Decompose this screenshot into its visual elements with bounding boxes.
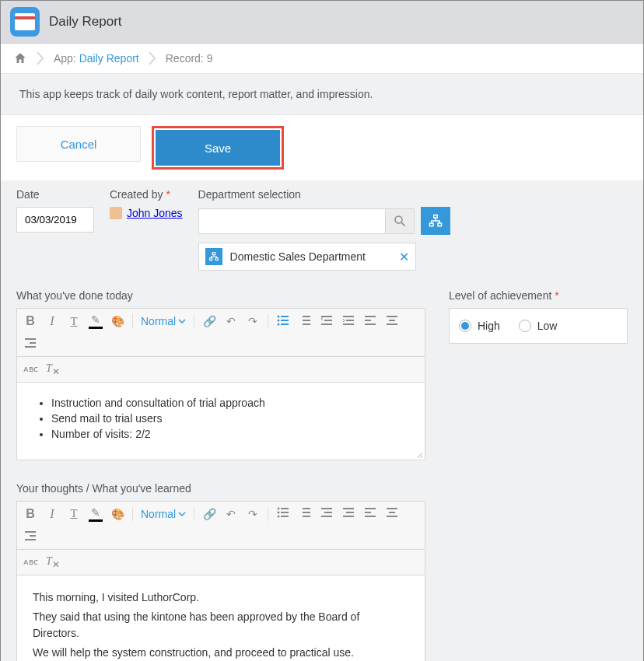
svg-rect-55 xyxy=(25,539,36,540)
undo-button[interactable]: ↶ xyxy=(224,315,238,327)
svg-rect-53 xyxy=(25,531,36,533)
align-right-button[interactable] xyxy=(23,337,37,351)
department-selected-name: Domestic Sales Department xyxy=(230,250,366,263)
done-today-editor[interactable]: Instruction and consultation of trial ap… xyxy=(16,383,425,460)
numbered-list-button[interactable] xyxy=(298,314,312,329)
svg-rect-30 xyxy=(30,342,36,344)
svg-rect-54 xyxy=(30,535,36,537)
svg-rect-47 xyxy=(365,508,376,509)
char-format-button[interactable]: ᴀʙᴄ xyxy=(23,364,38,374)
save-highlight: Save xyxy=(152,126,284,170)
italic-button[interactable]: I xyxy=(45,507,59,521)
link-button[interactable]: 🔗 xyxy=(202,315,216,327)
required-mark: * xyxy=(555,289,558,302)
svg-rect-50 xyxy=(387,508,397,509)
style-dropdown[interactable]: Normal xyxy=(141,315,186,327)
svg-rect-39 xyxy=(303,512,310,513)
svg-rect-27 xyxy=(389,320,395,321)
bold-button[interactable]: B xyxy=(23,314,37,328)
svg-rect-13 xyxy=(281,324,289,325)
actions-bar: Cancel Save xyxy=(1,115,643,180)
chevron-right-icon xyxy=(37,51,44,65)
align-center-button[interactable] xyxy=(385,506,399,521)
underline-button[interactable]: T xyxy=(67,315,81,328)
breadcrumb-app-prefix: App: xyxy=(54,52,76,65)
app-header: Daily Report xyxy=(1,1,643,44)
creator-label: Created by xyxy=(110,188,163,201)
svg-rect-9 xyxy=(281,316,289,317)
editor-line: They said that using the kintone has bee… xyxy=(33,609,409,642)
underline-button[interactable]: T xyxy=(67,507,81,520)
date-input[interactable] xyxy=(16,207,94,233)
breadcrumb: App: Daily Report Record: 9 xyxy=(1,44,643,74)
char-format-button[interactable]: ᴀʙᴄ xyxy=(23,557,38,567)
resize-handle[interactable] xyxy=(415,450,423,458)
align-center-button[interactable] xyxy=(385,314,399,329)
outdent-button[interactable] xyxy=(320,314,334,329)
svg-rect-48 xyxy=(365,512,371,513)
department-label: Department selection xyxy=(198,188,450,201)
text-color-button[interactable]: ✎ xyxy=(89,506,103,522)
breadcrumb-app-link[interactable]: Daily Report xyxy=(79,52,139,65)
list-item: Instruction and consultation of trial ap… xyxy=(51,397,409,409)
department-search-input[interactable] xyxy=(198,208,385,234)
style-dropdown[interactable]: Normal xyxy=(141,508,186,520)
align-left-button[interactable] xyxy=(363,506,377,521)
bullet-list-button[interactable] xyxy=(276,314,290,329)
svg-rect-43 xyxy=(321,516,332,517)
svg-point-34 xyxy=(278,512,280,514)
italic-button[interactable]: I xyxy=(45,314,59,328)
creator-link[interactable]: John Jones xyxy=(127,207,183,219)
editor-line: We will help the system construction, an… xyxy=(33,645,409,661)
svg-rect-6 xyxy=(209,258,212,261)
clear-format-button[interactable]: T✕ xyxy=(46,362,60,377)
radio-low[interactable]: Low xyxy=(519,320,558,332)
undo-button[interactable]: ↶ xyxy=(224,508,238,520)
redo-button[interactable]: ↷ xyxy=(246,315,260,327)
indent-button[interactable] xyxy=(341,506,355,521)
numbered-list-button[interactable] xyxy=(298,506,312,521)
list-item: Send mail to trial users xyxy=(51,412,409,425)
outdent-button[interactable] xyxy=(320,506,334,521)
thoughts-label: Your thoughts / What you've learned xyxy=(16,482,425,495)
svg-point-0 xyxy=(395,216,402,223)
cancel-button[interactable]: Cancel xyxy=(16,126,141,162)
clear-format-button[interactable]: T✕ xyxy=(46,554,60,570)
svg-rect-40 xyxy=(303,516,310,517)
align-right-button[interactable] xyxy=(23,530,37,544)
avatar-icon xyxy=(110,207,122,219)
svg-line-1 xyxy=(401,222,405,226)
done-today-label: What you've done today xyxy=(16,289,425,302)
indent-button[interactable] xyxy=(341,314,355,329)
bullet-list-button[interactable] xyxy=(276,506,290,521)
text-color-button[interactable]: ✎ xyxy=(89,313,103,329)
save-button[interactable]: Save xyxy=(156,130,280,166)
editor-toolbar-row2: ᴀʙᴄ T✕ xyxy=(16,550,425,575)
svg-rect-44 xyxy=(343,508,354,509)
list-item: Number of visits: 2/2 xyxy=(51,428,409,440)
palette-button[interactable]: 🎨 xyxy=(110,508,124,520)
svg-rect-15 xyxy=(303,320,310,321)
svg-rect-38 xyxy=(303,508,310,509)
svg-rect-51 xyxy=(389,512,395,513)
svg-rect-17 xyxy=(321,316,332,317)
align-left-button[interactable] xyxy=(363,314,377,329)
app-title: Daily Report xyxy=(49,14,122,30)
form-area: Date Created by * John Jones Department … xyxy=(1,180,643,661)
link-button[interactable]: 🔗 xyxy=(202,508,216,520)
svg-rect-35 xyxy=(281,512,289,513)
home-icon[interactable] xyxy=(13,51,27,65)
chevron-down-icon xyxy=(178,510,186,518)
required-mark: * xyxy=(166,188,170,201)
svg-rect-7 xyxy=(215,258,218,261)
palette-button[interactable]: 🎨 xyxy=(110,315,124,327)
department-search-button[interactable] xyxy=(385,208,415,234)
remove-department-button[interactable]: ✕ xyxy=(399,250,409,264)
redo-button[interactable]: ↷ xyxy=(246,508,260,520)
radio-high[interactable]: High xyxy=(459,320,500,332)
org-chart-button[interactable] xyxy=(421,207,450,235)
radio-dot-icon xyxy=(459,320,471,332)
svg-rect-4 xyxy=(438,223,442,226)
bold-button[interactable]: B xyxy=(23,507,37,521)
thoughts-editor[interactable]: This morning, I visited LuthorCorp. They… xyxy=(16,575,425,661)
